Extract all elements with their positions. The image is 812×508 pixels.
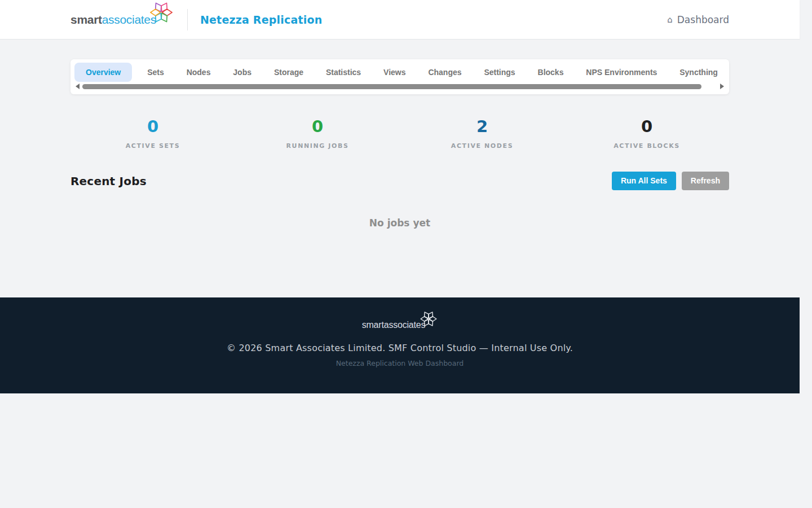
stat-active-blocks: 0 ACTIVE BLOCKS (564, 117, 729, 150)
tab-jobs[interactable]: Jobs (226, 63, 259, 82)
top-navigation: ⌂ Dashboard (667, 14, 729, 25)
brand-logo-text: smartassociates (70, 13, 156, 27)
recent-jobs-title: Recent Jobs (70, 174, 147, 188)
recent-jobs-header: Recent Jobs Run All Sets Refresh (70, 172, 729, 190)
page: smartassociates Netezza (0, 0, 800, 393)
stat-active-nodes-label: ACTIVE NODES (400, 142, 564, 150)
brand-logo[interactable]: smartassociates (70, 6, 174, 33)
empty-jobs-message: No jobs yet (70, 217, 729, 229)
tab-views[interactable]: Views (376, 63, 413, 82)
tab-nps-environments[interactable]: NPS Environments (579, 63, 664, 82)
tab-bar: Overview Sets Nodes Jobs Storage Statist… (74, 63, 725, 82)
refresh-button[interactable]: Refresh (682, 172, 729, 190)
footer-copyright: © 2026 Smart Associates Limited. SMF Con… (227, 343, 573, 353)
tab-overview[interactable]: Overview (74, 63, 132, 82)
scrollbar-thumb[interactable] (82, 84, 701, 89)
footer-pinwheel-flower-icon (420, 310, 438, 330)
nav-dashboard-link[interactable]: ⌂ Dashboard (667, 14, 729, 25)
top-header: smartassociates Netezza (0, 0, 800, 40)
stat-active-sets-label: ACTIVE SETS (70, 142, 235, 150)
tab-bar-card: Overview Sets Nodes Jobs Storage Statist… (70, 59, 729, 94)
stat-running-jobs: 0 RUNNING JOBS (235, 117, 400, 150)
tab-blocks[interactable]: Blocks (531, 63, 571, 82)
tab-sets[interactable]: Sets (140, 63, 171, 82)
stat-active-nodes-value: 2 (400, 117, 564, 136)
tabs-horizontal-scrollbar (74, 82, 725, 91)
footer-subtitle: Netezza Replication Web Dashboard (336, 359, 464, 367)
stat-running-jobs-label: RUNNING JOBS (235, 142, 400, 150)
home-icon: ⌂ (667, 15, 673, 25)
tab-statistics[interactable]: Statistics (319, 63, 368, 82)
footer-logo-text: smartassociates (362, 320, 426, 330)
stat-active-sets-value: 0 (70, 117, 235, 136)
stat-running-jobs-value: 0 (235, 117, 400, 136)
main-content: Overview Sets Nodes Jobs Storage Statist… (0, 40, 800, 297)
tab-nodes[interactable]: Nodes (179, 63, 218, 82)
run-all-sets-button[interactable]: Run All Sets (612, 172, 676, 190)
nav-dashboard-label: Dashboard (677, 14, 729, 25)
scroll-right-arrow-icon[interactable] (720, 84, 724, 89)
stat-active-nodes: 2 ACTIVE NODES (400, 117, 564, 150)
jobs-actions: Run All Sets Refresh (612, 172, 729, 190)
footer-logo: smartassociates (362, 315, 438, 335)
page-footer: smartassociates © 2026 Smart Associates … (0, 297, 800, 393)
stat-active-blocks-label: ACTIVE BLOCKS (564, 142, 729, 150)
app-title: Netezza Replication (200, 14, 323, 26)
stat-active-sets: 0 ACTIVE SETS (70, 117, 235, 150)
pinwheel-flower-icon (149, 0, 174, 27)
tab-storage[interactable]: Storage (267, 63, 311, 82)
scroll-left-arrow-icon[interactable] (76, 84, 80, 89)
tab-changes[interactable]: Changes (421, 63, 469, 82)
stat-active-blocks-value: 0 (564, 117, 729, 136)
scrollbar-track[interactable] (82, 84, 717, 89)
tab-settings[interactable]: Settings (476, 63, 522, 82)
stats-row: 0 ACTIVE SETS 0 RUNNING JOBS 2 ACTIVE NO… (70, 117, 729, 150)
tab-syncthing[interactable]: Syncthing (672, 63, 725, 82)
header-divider (187, 9, 188, 30)
